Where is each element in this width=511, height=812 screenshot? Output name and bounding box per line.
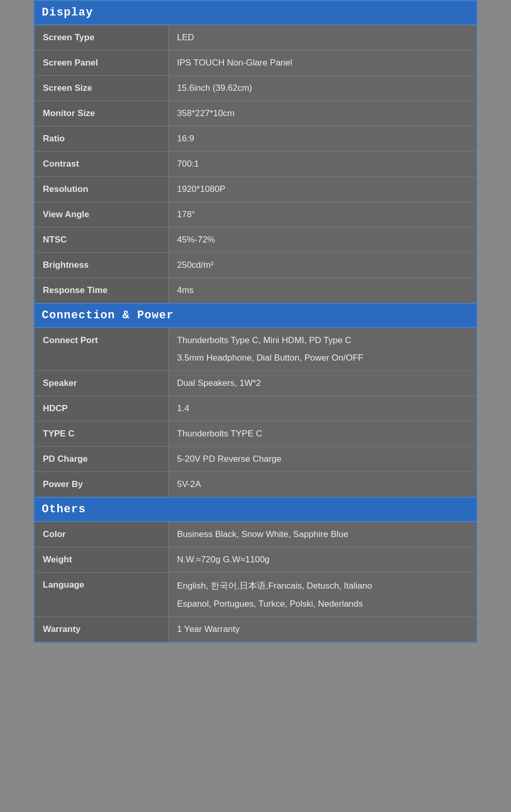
section-header-connection-power: Connection & Power bbox=[35, 304, 476, 328]
section-title-display: Display bbox=[42, 6, 93, 19]
spec-value: Thunderbolts Type C, Mini HDMI, PD Type … bbox=[169, 328, 476, 370]
table-row: SpeakerDual Speakers, 1W*2 bbox=[35, 371, 476, 396]
spec-label: Power By bbox=[35, 472, 169, 497]
spec-label: Warranty bbox=[35, 617, 169, 642]
spec-label: Brightness bbox=[35, 253, 169, 278]
spec-value: Dual Speakers, 1W*2 bbox=[169, 371, 476, 396]
spec-label: Language bbox=[35, 573, 169, 616]
table-row: View Angle178° bbox=[35, 202, 476, 228]
spec-value: LED bbox=[169, 25, 476, 50]
spec-label: Screen Size bbox=[35, 76, 169, 101]
spec-value: 358*227*10cm bbox=[169, 101, 476, 126]
table-row: HDCP1.4 bbox=[35, 396, 476, 421]
table-row: Screen TypeLED bbox=[35, 25, 476, 51]
section-header-others: Others bbox=[35, 498, 476, 522]
table-row: Monitor Size358*227*10cm bbox=[35, 101, 476, 126]
spec-value: 15.6inch (39.62cm) bbox=[169, 76, 476, 101]
spec-value: 700:1 bbox=[169, 152, 476, 176]
table-row: Power By5V-2A bbox=[35, 472, 476, 497]
table-row: PD Charge5-20V PD Reverse Charge bbox=[35, 447, 476, 472]
spec-value: 16:9 bbox=[169, 126, 476, 151]
table-row: Screen Size15.6inch (39.62cm) bbox=[35, 76, 476, 101]
section-connection-power: Connection & PowerConnect PortThunderbol… bbox=[35, 304, 476, 498]
spec-label: TYPE C bbox=[35, 421, 169, 446]
spec-label: Response Time bbox=[35, 278, 169, 303]
spec-value: 178° bbox=[169, 202, 476, 227]
table-row: Ratio16:9 bbox=[35, 126, 476, 152]
spec-label: Ratio bbox=[35, 126, 169, 151]
spec-value: Thunderbolts TYPE C bbox=[169, 421, 476, 446]
table-row: Brightness250cd/m² bbox=[35, 253, 476, 278]
spec-label: HDCP bbox=[35, 396, 169, 421]
spec-label: Screen Type bbox=[35, 25, 169, 50]
spec-value: 45%-72% bbox=[169, 228, 476, 252]
table-row: Warranty1 Year Warranty bbox=[35, 617, 476, 642]
table-row: Screen PanelIPS TOUCH Non-Glare Panel bbox=[35, 51, 476, 76]
spec-label: PD Charge bbox=[35, 447, 169, 472]
spec-label: Monitor Size bbox=[35, 101, 169, 126]
table-row: Response Time4ms bbox=[35, 278, 476, 303]
spec-value: 250cd/m² bbox=[169, 253, 476, 278]
table-row: LanguageEnglish, 한국어,日本语,Francais, Detus… bbox=[35, 573, 476, 617]
section-display: DisplayScreen TypeLEDScreen PanelIPS TOU… bbox=[35, 1, 476, 304]
section-header-display: Display bbox=[35, 1, 476, 25]
spec-value: English, 한국어,日本语,Francais, Detusch, Ital… bbox=[169, 573, 476, 616]
table-row: ColorBusiness Black, Snow White, Sapphir… bbox=[35, 522, 476, 547]
spec-value: 1.4 bbox=[169, 396, 476, 421]
table-row: WeightN.W.≈720g G.W≈1100g bbox=[35, 547, 476, 573]
spec-label: Color bbox=[35, 522, 169, 547]
spec-value: 4ms bbox=[169, 278, 476, 303]
spec-value: 5V-2A bbox=[169, 472, 476, 497]
table-row: Resolution1920*1080P bbox=[35, 177, 476, 202]
spec-value: Business Black, Snow White, Sapphire Blu… bbox=[169, 522, 476, 547]
spec-value: 1 Year Warranty bbox=[169, 617, 476, 642]
spec-label: NTSC bbox=[35, 228, 169, 252]
table-row: Connect PortThunderbolts Type C, Mini HD… bbox=[35, 328, 476, 371]
spec-value: IPS TOUCH Non-Glare Panel bbox=[169, 51, 476, 75]
section-others: OthersColorBusiness Black, Snow White, S… bbox=[35, 498, 476, 642]
spec-label: Contrast bbox=[35, 152, 169, 176]
table-row: NTSC45%-72% bbox=[35, 228, 476, 253]
table-row: TYPE CThunderbolts TYPE C bbox=[35, 421, 476, 447]
spec-label: View Angle bbox=[35, 202, 169, 227]
spec-value: 5-20V PD Reverse Charge bbox=[169, 447, 476, 472]
spec-label: Weight bbox=[35, 547, 169, 572]
section-title-connection-power: Connection & Power bbox=[42, 309, 174, 322]
spec-label: Screen Panel bbox=[35, 51, 169, 75]
spec-value: 1920*1080P bbox=[169, 177, 476, 202]
spec-label: Speaker bbox=[35, 371, 169, 396]
spec-value: N.W.≈720g G.W≈1100g bbox=[169, 547, 476, 572]
spec-label: Resolution bbox=[35, 177, 169, 202]
spec-table: DisplayScreen TypeLEDScreen PanelIPS TOU… bbox=[34, 0, 477, 643]
table-row: Contrast700:1 bbox=[35, 152, 476, 177]
spec-label: Connect Port bbox=[35, 328, 169, 370]
section-title-others: Others bbox=[42, 503, 86, 516]
